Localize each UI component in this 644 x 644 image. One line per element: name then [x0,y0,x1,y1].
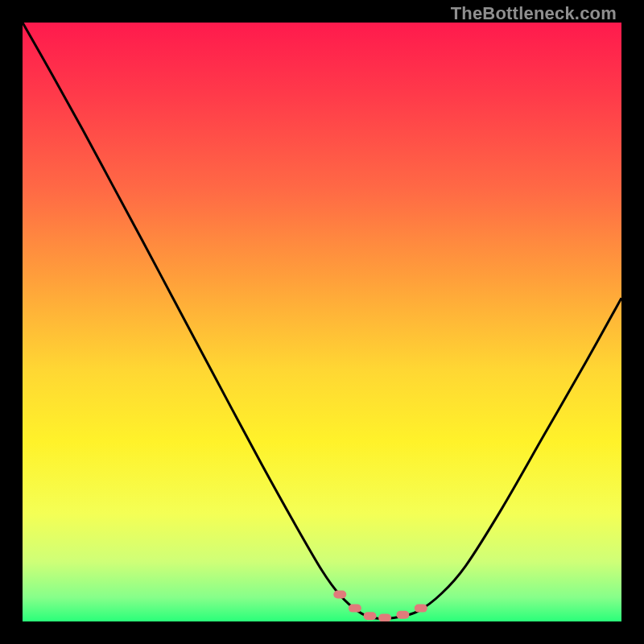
optimum-marker [396,611,409,619]
optimum-marker [333,591,346,599]
optimum-marker [378,614,391,622]
optimum-marker [415,605,427,613]
plot-area [23,23,621,621]
gradient-background [23,23,621,621]
chart-svg [23,23,621,621]
chart-frame [23,23,621,621]
watermark-text: TheBottleneck.com [451,3,617,24]
optimum-marker [364,612,377,620]
optimum-marker [349,605,361,613]
